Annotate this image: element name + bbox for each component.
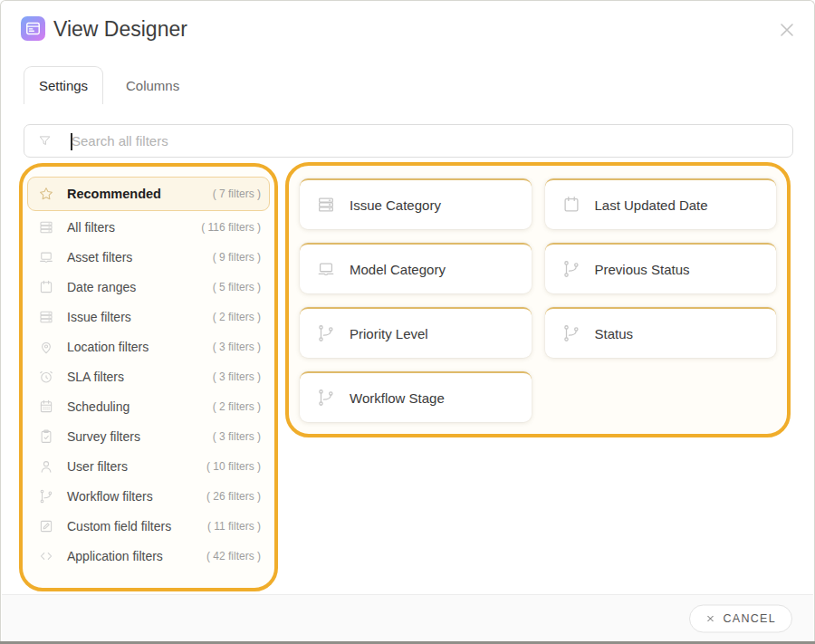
sidebar-item-count: ( 42 filters ) — [206, 550, 261, 562]
sidebar-item-label: SLA filters — [67, 370, 213, 384]
cards-highlight-ring: Issue Category Last Updated Date Model C… — [285, 162, 791, 437]
git-branch-icon — [316, 388, 336, 408]
sidebar-item-count: ( 3 filters ) — [213, 341, 261, 353]
filter-card-label: Status — [595, 326, 634, 341]
cancel-button[interactable]: CANCEL — [689, 604, 792, 632]
sidebar-item-label: User filters — [67, 459, 206, 474]
sidebar-item-label: Workflow filters — [67, 489, 206, 504]
sidebar-item-asset-filters[interactable]: Asset filters ( 9 filters ) — [27, 242, 270, 272]
filter-card-status[interactable]: Status — [545, 307, 777, 358]
sidebar-item-label: Custom field filters — [67, 519, 207, 533]
star-icon — [38, 186, 54, 202]
filter-card-workflow-stage[interactable]: Workflow Stage — [300, 371, 532, 422]
close-icon — [705, 613, 715, 623]
tab-settings[interactable]: Settings — [24, 66, 103, 104]
filter-card-label: Last Updated Date — [595, 197, 708, 213]
calendar-icon — [38, 279, 54, 295]
filter-card-label: Previous Status — [595, 262, 690, 277]
database-icon — [316, 195, 336, 215]
sidebar-item-count: ( 11 filters ) — [207, 520, 261, 533]
filter-category-list: Recommended ( 7 filters ) All filters ( … — [27, 177, 270, 571]
sidebar-item-count: ( 3 filters ) — [213, 370, 261, 383]
laptop-icon — [316, 259, 336, 279]
sidebar-item-location-filters[interactable]: Location filters ( 3 filters ) — [27, 332, 270, 361]
modal-footer: CANCEL — [2, 594, 813, 641]
sidebar-item-recommended[interactable]: Recommended ( 7 filters ) — [27, 177, 270, 211]
sidebar-item-label: Date ranges — [67, 280, 213, 294]
sidebar-highlight-ring: Recommended ( 7 filters ) All filters ( … — [19, 163, 278, 591]
search-input[interactable] — [72, 133, 792, 149]
filter-card-issue-category[interactable]: Issue Category — [300, 178, 532, 229]
sidebar-item-workflow-filters[interactable]: Workflow filters ( 26 filters ) — [27, 481, 270, 511]
sidebar-item-label: Application filters — [67, 549, 206, 563]
sidebar-item-count: ( 10 filters ) — [206, 460, 261, 473]
sidebar-item-count: ( 7 filters ) — [213, 187, 261, 200]
sidebar-item-label: Survey filters — [67, 429, 213, 444]
sidebar-item-all-filters[interactable]: All filters ( 116 filters ) — [27, 212, 270, 242]
filter-card-label: Model Category — [350, 262, 446, 277]
map-pin-icon — [38, 339, 54, 355]
sidebar-item-issue-filters[interactable]: Issue filters ( 2 filters ) — [27, 302, 270, 332]
database-icon — [38, 309, 54, 325]
sidebar-item-application-filters[interactable]: Application filters ( 42 filters ) — [27, 541, 270, 571]
filter-card-label: Workflow Stage — [350, 390, 445, 406]
calendar-grid-icon — [38, 399, 54, 415]
sidebar-item-label: Location filters — [67, 340, 213, 354]
sidebar-item-count: ( 26 filters ) — [206, 490, 261, 503]
git-branch-icon — [561, 323, 581, 343]
code-brackets-icon — [38, 548, 54, 564]
alarm-clock-icon — [38, 369, 54, 385]
funnel-icon — [37, 133, 53, 149]
sidebar-item-survey-filters[interactable]: Survey filters ( 3 filters ) — [27, 421, 270, 451]
calendar-icon — [561, 195, 581, 215]
sidebar-item-label: Recommended — [67, 187, 213, 201]
sidebar-item-custom-field-filters[interactable]: Custom field filters ( 11 filters ) — [27, 511, 270, 541]
user-icon — [38, 458, 54, 475]
sidebar-item-label: All filters — [67, 220, 201, 235]
git-branch-icon — [316, 323, 336, 343]
sidebar-item-label: Scheduling — [67, 399, 213, 414]
view-designer-icon — [21, 16, 45, 41]
sidebar-item-count: ( 3 filters ) — [213, 430, 261, 443]
sidebar-item-user-filters[interactable]: User filters ( 10 filters ) — [27, 451, 270, 481]
sidebar-item-count: ( 2 filters ) — [213, 311, 261, 323]
sidebar-item-scheduling[interactable]: Scheduling ( 2 filters ) — [27, 391, 270, 421]
filter-card-last-updated-date[interactable]: Last Updated Date — [545, 178, 777, 229]
sidebar-item-count: ( 5 filters ) — [213, 281, 261, 293]
filter-card-grid: Issue Category Last Updated Date Model C… — [289, 166, 787, 434]
cancel-button-label: CANCEL — [723, 612, 776, 625]
sidebar-item-date-ranges[interactable]: Date ranges ( 5 filters ) — [27, 272, 270, 302]
view-designer-modal: View Designer Settings Columns Recommend… — [0, 0, 815, 644]
git-branch-icon — [561, 259, 581, 279]
git-branch-icon — [38, 488, 54, 505]
sidebar-item-count: ( 9 filters ) — [213, 251, 261, 264]
sidebar-item-label: Issue filters — [67, 310, 213, 324]
sidebar-item-count: ( 2 filters ) — [213, 400, 261, 413]
filter-card-model-category[interactable]: Model Category — [300, 243, 532, 293]
page-title: View Designer — [53, 15, 187, 43]
clipboard-check-icon — [38, 428, 54, 445]
sidebar-item-label: Asset filters — [67, 250, 213, 264]
filter-card-previous-status[interactable]: Previous Status — [545, 243, 777, 293]
close-icon[interactable] — [776, 19, 798, 41]
filter-card-label: Issue Category — [350, 197, 441, 213]
search-bar — [24, 124, 793, 158]
database-icon — [38, 219, 54, 235]
text-caret — [71, 133, 72, 150]
laptop-icon — [38, 249, 54, 265]
filter-card-label: Priority Level — [350, 326, 428, 341]
edit-square-icon — [38, 518, 54, 534]
sidebar-item-count: ( 116 filters ) — [201, 221, 261, 234]
filter-card-priority-level[interactable]: Priority Level — [300, 307, 532, 358]
sidebar-item-sla-filters[interactable]: SLA filters ( 3 filters ) — [27, 361, 270, 391]
tab-columns[interactable]: Columns — [117, 66, 188, 104]
